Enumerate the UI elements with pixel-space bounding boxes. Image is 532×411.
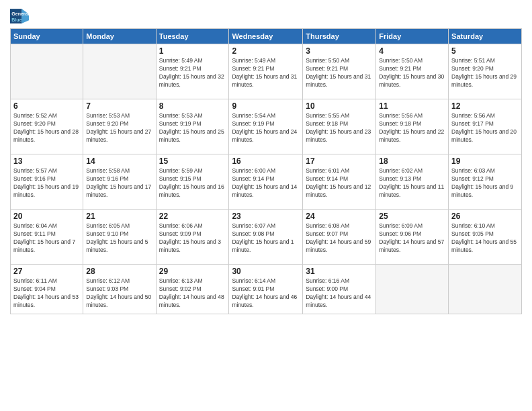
day-number: 26 (451, 212, 519, 221)
day-number: 8 (159, 101, 226, 111)
day-number: 2 (232, 46, 300, 56)
calendar-cell: 9Sunrise: 5:54 AMSunset: 9:19 PMDaylight… (229, 99, 303, 154)
day-info: Sunrise: 5:55 AMSunset: 9:18 PMDaylight:… (306, 112, 373, 144)
calendar-cell: 27Sunrise: 6:11 AMSunset: 9:04 PMDayligh… (11, 265, 83, 314)
calendar-cell: 17Sunrise: 6:01 AMSunset: 9:14 PMDayligh… (303, 154, 376, 210)
day-number: 19 (451, 156, 519, 166)
day-number: 6 (13, 101, 80, 111)
calendar-cell: 7Sunrise: 5:53 AMSunset: 9:20 PMDaylight… (83, 99, 156, 154)
day-info: Sunrise: 6:10 AMSunset: 9:05 PMDaylight:… (451, 222, 519, 255)
day-number: 25 (379, 212, 445, 221)
day-info: Sunrise: 6:13 AMSunset: 9:02 PMDaylight:… (159, 277, 226, 310)
day-number: 22 (159, 212, 226, 221)
day-number: 9 (232, 101, 300, 111)
day-info: Sunrise: 5:49 AMSunset: 9:21 PMDaylight:… (232, 57, 300, 89)
calendar-cell: 24Sunrise: 6:08 AMSunset: 9:07 PMDayligh… (303, 210, 376, 265)
calendar-cell: 22Sunrise: 6:06 AMSunset: 9:09 PMDayligh… (156, 210, 229, 265)
day-number: 13 (13, 156, 80, 166)
svg-text:Blue: Blue (11, 17, 21, 22)
day-info: Sunrise: 5:58 AMSunset: 9:16 PMDaylight:… (86, 167, 152, 199)
day-header-saturday: Saturday (449, 29, 522, 44)
day-header-sunday: Sunday (11, 29, 83, 44)
day-info: Sunrise: 6:01 AMSunset: 9:14 PMDaylight:… (306, 167, 373, 199)
day-info: Sunrise: 6:09 AMSunset: 9:06 PMDaylight:… (379, 222, 445, 255)
day-info: Sunrise: 5:51 AMSunset: 9:20 PMDaylight:… (451, 57, 519, 89)
day-number: 14 (86, 156, 152, 166)
day-info: Sunrise: 5:54 AMSunset: 9:19 PMDaylight:… (232, 112, 300, 144)
day-number: 4 (379, 46, 445, 56)
day-info: Sunrise: 5:57 AMSunset: 9:16 PMDaylight:… (13, 167, 80, 199)
day-number: 24 (306, 212, 373, 221)
day-header-wednesday: Wednesday (229, 29, 303, 44)
day-number: 18 (379, 156, 445, 166)
day-info: Sunrise: 6:00 AMSunset: 9:14 PMDaylight:… (232, 167, 300, 199)
calendar-cell: 25Sunrise: 6:09 AMSunset: 9:06 PMDayligh… (376, 210, 449, 265)
day-info: Sunrise: 5:59 AMSunset: 9:15 PMDaylight:… (159, 167, 226, 199)
day-number: 10 (306, 101, 373, 111)
day-info: Sunrise: 5:49 AMSunset: 9:21 PMDaylight:… (159, 57, 226, 89)
day-info: Sunrise: 5:53 AMSunset: 9:20 PMDaylight:… (86, 112, 152, 144)
calendar: SundayMondayTuesdayWednesdayThursdayFrid… (10, 28, 522, 314)
logo: General Blue (10, 7, 29, 26)
calendar-cell (449, 265, 522, 314)
day-info: Sunrise: 6:14 AMSunset: 9:01 PMDaylight:… (232, 277, 300, 310)
calendar-cell: 6Sunrise: 5:52 AMSunset: 9:20 PMDaylight… (11, 99, 83, 154)
day-number: 21 (86, 212, 152, 221)
day-info: Sunrise: 6:11 AMSunset: 9:04 PMDaylight:… (13, 277, 80, 310)
day-number: 23 (232, 212, 300, 221)
day-info: Sunrise: 6:16 AMSunset: 9:00 PMDaylight:… (306, 277, 373, 310)
calendar-cell: 8Sunrise: 5:53 AMSunset: 9:19 PMDaylight… (156, 99, 229, 154)
day-number: 28 (86, 267, 152, 276)
calendar-cell: 16Sunrise: 6:00 AMSunset: 9:14 PMDayligh… (229, 154, 303, 210)
day-number: 15 (159, 156, 226, 166)
day-info: Sunrise: 6:02 AMSunset: 9:13 PMDaylight:… (379, 167, 445, 199)
calendar-cell: 31Sunrise: 6:16 AMSunset: 9:00 PMDayligh… (303, 265, 376, 314)
calendar-cell: 14Sunrise: 5:58 AMSunset: 9:16 PMDayligh… (83, 154, 156, 210)
day-number: 5 (451, 46, 519, 56)
day-number: 30 (232, 267, 300, 276)
calendar-cell (83, 44, 156, 99)
svg-text:General: General (11, 11, 29, 16)
day-number: 20 (13, 212, 80, 221)
day-number: 3 (306, 46, 373, 56)
day-number: 31 (306, 267, 373, 276)
calendar-cell: 5Sunrise: 5:51 AMSunset: 9:20 PMDaylight… (449, 44, 522, 99)
week-row-4: 27Sunrise: 6:11 AMSunset: 9:04 PMDayligh… (11, 265, 522, 314)
day-number: 29 (159, 267, 226, 276)
calendar-cell: 12Sunrise: 5:56 AMSunset: 9:17 PMDayligh… (449, 99, 522, 154)
day-number: 17 (306, 156, 373, 166)
calendar-cell: 2Sunrise: 5:49 AMSunset: 9:21 PMDaylight… (229, 44, 303, 99)
calendar-cell: 29Sunrise: 6:13 AMSunset: 9:02 PMDayligh… (156, 265, 229, 314)
day-info: Sunrise: 5:56 AMSunset: 9:17 PMDaylight:… (451, 112, 519, 144)
header: General Blue (10, 7, 522, 26)
day-number: 16 (232, 156, 300, 166)
day-header-monday: Monday (83, 29, 156, 44)
calendar-cell: 23Sunrise: 6:07 AMSunset: 9:08 PMDayligh… (229, 210, 303, 265)
day-info: Sunrise: 6:12 AMSunset: 9:03 PMDaylight:… (86, 277, 152, 310)
day-header-friday: Friday (376, 29, 449, 44)
day-info: Sunrise: 6:06 AMSunset: 9:09 PMDaylight:… (159, 222, 226, 255)
week-row-2: 13Sunrise: 5:57 AMSunset: 9:16 PMDayligh… (11, 154, 522, 210)
calendar-cell (376, 265, 449, 314)
calendar-cell: 30Sunrise: 6:14 AMSunset: 9:01 PMDayligh… (229, 265, 303, 314)
week-row-1: 6Sunrise: 5:52 AMSunset: 9:20 PMDaylight… (11, 99, 522, 154)
week-row-0: 1Sunrise: 5:49 AMSunset: 9:21 PMDaylight… (11, 44, 522, 99)
calendar-cell: 20Sunrise: 6:04 AMSunset: 9:11 PMDayligh… (11, 210, 83, 265)
day-info: Sunrise: 6:04 AMSunset: 9:11 PMDaylight:… (13, 222, 80, 255)
calendar-cell: 28Sunrise: 6:12 AMSunset: 9:03 PMDayligh… (83, 265, 156, 314)
calendar-cell: 10Sunrise: 5:55 AMSunset: 9:18 PMDayligh… (303, 99, 376, 154)
calendar-header-row: SundayMondayTuesdayWednesdayThursdayFrid… (11, 29, 522, 44)
day-header-tuesday: Tuesday (156, 29, 229, 44)
day-info: Sunrise: 6:03 AMSunset: 9:12 PMDaylight:… (451, 167, 519, 199)
calendar-cell: 26Sunrise: 6:10 AMSunset: 9:05 PMDayligh… (449, 210, 522, 265)
calendar-cell: 21Sunrise: 6:05 AMSunset: 9:10 PMDayligh… (83, 210, 156, 265)
day-info: Sunrise: 5:52 AMSunset: 9:20 PMDaylight:… (13, 112, 80, 144)
day-info: Sunrise: 5:50 AMSunset: 9:21 PMDaylight:… (379, 57, 445, 89)
calendar-cell: 11Sunrise: 5:56 AMSunset: 9:18 PMDayligh… (376, 99, 449, 154)
day-info: Sunrise: 6:08 AMSunset: 9:07 PMDaylight:… (306, 222, 373, 255)
day-info: Sunrise: 5:56 AMSunset: 9:18 PMDaylight:… (379, 112, 445, 144)
calendar-cell (11, 44, 83, 99)
day-number: 11 (379, 101, 445, 111)
day-number: 27 (13, 267, 80, 276)
calendar-cell: 13Sunrise: 5:57 AMSunset: 9:16 PMDayligh… (11, 154, 83, 210)
